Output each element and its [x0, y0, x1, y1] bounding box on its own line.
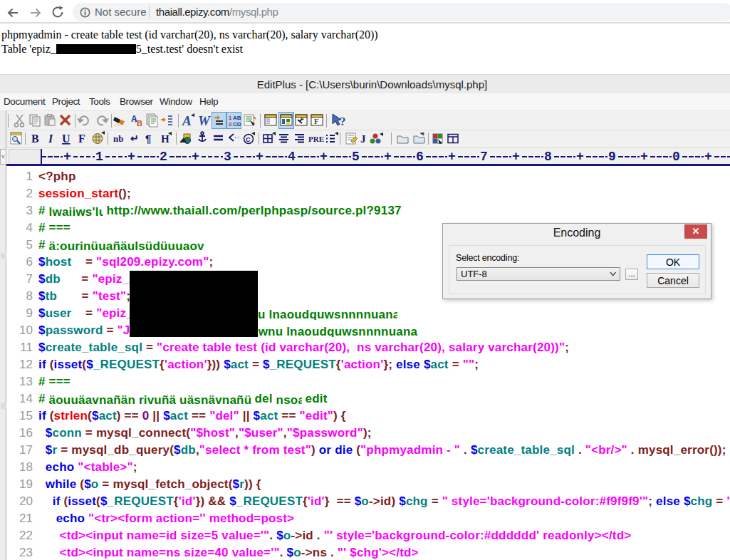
svg-text:B: B — [31, 133, 39, 145]
svg-text:nb: nb — [113, 133, 123, 144]
svg-text:2: 2 — [229, 121, 232, 128]
svg-text:B: B — [137, 119, 142, 128]
svg-text:CD: CD — [233, 121, 241, 128]
svg-text:A: A — [182, 113, 192, 128]
svg-text:H: H — [161, 133, 170, 145]
svg-text:W: W — [198, 113, 211, 128]
svg-text:I: I — [48, 133, 53, 145]
svg-text:1: 1 — [229, 115, 232, 121]
svg-text:↵: ↵ — [130, 133, 139, 144]
svg-text:F: F — [314, 117, 319, 125]
svg-text:C: C — [246, 136, 251, 143]
svg-text:U: U — [62, 133, 71, 145]
svg-text:F: F — [78, 133, 85, 145]
svg-text:PRE: PRE — [308, 135, 324, 143]
svg-text:¶: ¶ — [145, 133, 151, 145]
svg-text:?: ? — [340, 115, 346, 128]
svg-text:AB: AB — [233, 115, 241, 121]
svg-text:J: J — [360, 133, 366, 145]
